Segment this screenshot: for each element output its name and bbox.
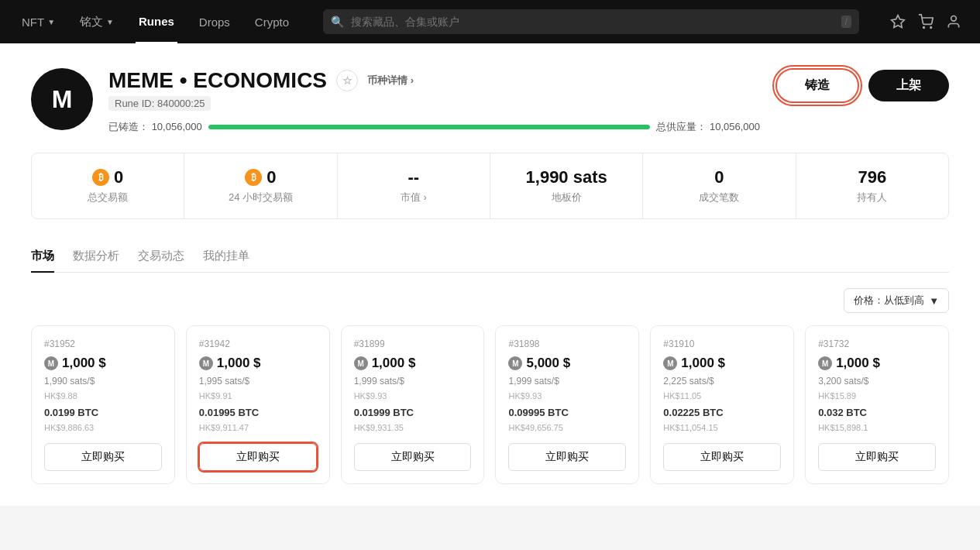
svg-point-1: [923, 27, 925, 29]
stat-market-cap: -- 市值 ›: [338, 153, 490, 218]
token-info: MEME • ECONOMICS ☆ 币种详情 › Rune ID: 84000…: [108, 68, 760, 134]
card-sats: 1,995 sats/$: [199, 376, 317, 387]
card-hkd-sats: HK$9.91: [199, 391, 317, 400]
search-icon: 🔍: [331, 15, 344, 28]
cast-button[interactable]: 铸造: [775, 68, 859, 103]
sort-row: 价格：从低到高 ▼: [31, 288, 949, 313]
card-sats: 1,999 sats/$: [508, 376, 626, 387]
card-id: #31910: [663, 339, 781, 349]
card-btc: 0.09995 BTC: [508, 407, 626, 418]
chevron-down-icon: ▼: [106, 18, 114, 26]
tabs-row: 市场 数据分析 交易动态 我的挂单: [31, 241, 949, 273]
buy-button[interactable]: 立即购买: [508, 443, 626, 471]
progress-bar: [208, 125, 651, 129]
btc-icon: ₿: [92, 169, 109, 186]
token-progress-row: 已铸造： 10,056,000 总供应量： 10,056,000: [108, 120, 760, 134]
chevron-down-icon: ▼: [47, 18, 55, 26]
stat-holders: 796 持有人: [796, 153, 948, 218]
star-button[interactable]: ☆: [336, 70, 358, 91]
stat-floor-price: 1,990 sats 地板价: [490, 153, 643, 218]
card-hkd-btc: HK$15,898.1: [818, 423, 936, 432]
card-id: #31898: [508, 339, 626, 349]
svg-point-2: [930, 27, 932, 29]
m-icon: M: [354, 356, 368, 370]
card-amount: M 1,000 $: [199, 356, 317, 371]
card-item: #31732 M 1,000 $ 3,200 sats/$ HK$15.89 0…: [805, 325, 949, 484]
cards-grid: #31952 M 1,000 $ 1,990 sats/$ HK$9.88 0.…: [31, 325, 949, 490]
svg-marker-0: [892, 15, 905, 28]
token-title: MEME • ECONOMICS ☆ 币种详情 ›: [108, 68, 760, 93]
svg-point-3: [951, 16, 957, 22]
card-item: #31942 M 1,000 $ 1,995 sats/$ HK$9.91 0.…: [186, 325, 330, 484]
card-btc: 0.0199 BTC: [44, 407, 162, 418]
total-supply: 总供应量： 10,056,000: [656, 120, 760, 134]
card-amount: M 1,000 $: [818, 356, 936, 371]
tab-market[interactable]: 市场: [31, 241, 54, 273]
nav-item-runes[interactable]: Runes: [136, 0, 177, 43]
search-area: 🔍 /: [323, 9, 859, 34]
m-icon: M: [818, 356, 832, 370]
card-amount: M 5,000 $: [508, 356, 626, 371]
card-item: #31910 M 1,000 $ 2,225 sats/$ HK$11.05 0…: [650, 325, 794, 484]
card-hkd-sats: HK$11.05: [663, 391, 781, 400]
card-id: #31732: [818, 339, 936, 349]
tab-analytics[interactable]: 数据分析: [73, 241, 119, 273]
stat-total-vol: ₿ 0 总交易额: [32, 153, 184, 218]
buy-button[interactable]: 立即购买: [663, 443, 781, 471]
card-hkd-sats: HK$9.88: [44, 391, 162, 400]
card-id: #31899: [354, 339, 472, 349]
nav-item-drops[interactable]: Drops: [196, 0, 233, 43]
user-icon[interactable]: [946, 14, 961, 29]
card-btc: 0.02225 BTC: [663, 407, 781, 418]
card-amount: M 1,000 $: [44, 356, 162, 371]
token-rune-id: Rune ID: 840000:25: [108, 96, 211, 111]
card-sats: 1,999 sats/$: [354, 376, 472, 387]
card-btc: 0.01995 BTC: [199, 407, 317, 418]
sort-button[interactable]: 价格：从低到高 ▼: [844, 288, 949, 313]
card-item: #31898 M 5,000 $ 1,999 sats/$ HK$9.93 0.…: [495, 325, 639, 484]
nav-item-crypto[interactable]: Crypto: [252, 0, 292, 43]
stats-row: ₿ 0 总交易额 ₿ 0 24 小时交易额 -- 市值 › 1,990 sats: [31, 153, 949, 219]
buy-button[interactable]: 立即购买: [354, 443, 472, 471]
star-icon: ☆: [342, 74, 352, 87]
token-detail-link[interactable]: 币种详情 ›: [367, 74, 414, 88]
nav-icons: [890, 14, 961, 29]
card-sats: 1,990 sats/$: [44, 376, 162, 387]
card-sats: 3,200 sats/$: [818, 376, 936, 387]
search-input[interactable]: [323, 9, 859, 34]
card-hkd-sats: HK$15.89: [818, 391, 936, 400]
chevron-down-icon: ▼: [929, 295, 939, 307]
buy-button[interactable]: 立即购买: [44, 443, 162, 471]
tab-my-orders[interactable]: 我的挂单: [203, 241, 249, 273]
m-icon: M: [44, 356, 58, 370]
cart-icon[interactable]: [918, 14, 934, 29]
card-sats: 2,225 sats/$: [663, 376, 781, 387]
card-id: #31952: [44, 339, 162, 349]
token-avatar: M: [31, 68, 93, 130]
card-hkd-btc: HK$9,931.35: [354, 423, 472, 432]
card-hkd-btc: HK$49,656.75: [508, 423, 626, 432]
card-hkd-btc: HK$9,886.63: [44, 423, 162, 432]
stat-vol-24h: ₿ 0 24 小时交易额: [184, 153, 337, 218]
buy-button[interactable]: 立即购买: [818, 443, 936, 471]
card-hkd-sats: HK$9.93: [354, 391, 472, 400]
nav-item-nft[interactable]: NFT ▼: [19, 0, 58, 43]
nav-item-inscription[interactable]: 铭文 ▼: [77, 0, 117, 43]
card-id: #31942: [199, 339, 317, 349]
card-item: #31952 M 1,000 $ 1,990 sats/$ HK$9.88 0.…: [31, 325, 175, 484]
gift-icon[interactable]: [890, 14, 906, 29]
m-icon: M: [199, 356, 213, 370]
m-icon: M: [663, 356, 677, 370]
list-button[interactable]: 上架: [868, 70, 949, 101]
token-actions: 铸造 上架: [775, 68, 949, 103]
tab-activity[interactable]: 交易动态: [138, 241, 184, 273]
buy-button[interactable]: 立即购买: [199, 443, 317, 471]
navbar: NFT ▼ 铭文 ▼ Runes Drops Crypto 🔍 /: [0, 0, 980, 43]
minted-label: 已铸造： 10,056,000: [108, 120, 202, 134]
card-btc: 0.032 BTC: [818, 407, 936, 418]
card-hkd-btc: HK$9,911.47: [199, 423, 317, 432]
card-hkd-sats: HK$9.93: [508, 391, 626, 400]
slash-hint: /: [841, 15, 851, 28]
market-cap-link[interactable]: 市值 ›: [401, 191, 427, 203]
token-header: M MEME • ECONOMICS ☆ 币种详情 › Rune ID: 840…: [31, 68, 949, 134]
